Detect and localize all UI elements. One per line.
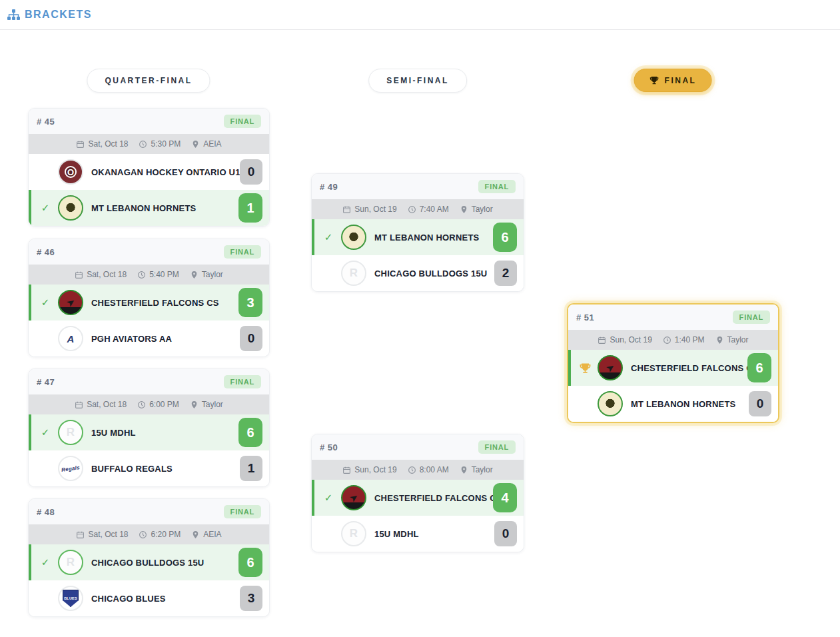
- round-label-quarter-final: QUARTER-FINAL: [87, 69, 210, 93]
- location-pin-icon: [460, 466, 468, 474]
- team-row[interactable]: ✓ R 15U MDHL 0: [312, 516, 524, 552]
- team-row[interactable]: ✓ MT LEBANON HORNETS 0: [568, 386, 778, 422]
- team-logo: ➤: [58, 290, 83, 315]
- team-name: 15U MDHL: [91, 428, 238, 438]
- match-time: 5:40 PM: [149, 270, 179, 279]
- match-card-header: # 50 FINAL: [312, 434, 524, 460]
- clock-icon: [137, 271, 146, 279]
- winner-marker: ✓: [320, 492, 337, 504]
- calendar-icon: [76, 140, 85, 149]
- team-logo: R: [58, 420, 83, 445]
- match-time: 6:00 PM: [149, 400, 179, 409]
- match-time: 8:00 AM: [420, 465, 449, 474]
- match-date: Sat, Oct 18: [87, 270, 127, 279]
- team-name: MT LEBANON HORNETS: [631, 399, 749, 409]
- team-name: CHESTERFIELD FALCONS CS: [631, 363, 747, 373]
- team-row[interactable]: ✓ Regals BUFFALO REGALS 1: [29, 450, 269, 486]
- schedule-time: 1:40 PM: [663, 335, 705, 344]
- team-row[interactable]: ✓ MT LEBANON HORNETS 1: [29, 190, 269, 226]
- match-card-header: # 48 FINAL: [29, 499, 269, 524]
- check-icon: ✓: [41, 202, 50, 214]
- team-logo-glyph: ➤: [64, 295, 78, 310]
- team-row[interactable]: ✓ ➤ CHESTERFIELD FALCONS CS 3: [29, 285, 269, 320]
- calendar-icon: [75, 400, 83, 409]
- clock-icon: [663, 336, 671, 344]
- app-title-wrap[interactable]: BRACKETS: [7, 9, 92, 21]
- sitemap-icon: [7, 9, 20, 21]
- team-row[interactable]: ✓ A PGH AVIATORS AA 0: [29, 320, 269, 356]
- match-card[interactable]: # 50 FINAL Sun, Oct 19 8:00 AM Taylor: [311, 434, 524, 552]
- match-date: Sat, Oct 18: [88, 139, 128, 149]
- team-name: BUFFALO REGALS: [91, 464, 240, 474]
- team-row[interactable]: ✓ ➤ CHESTERFIELD FALCONS CS 6: [568, 350, 778, 386]
- match-date: Sat, Oct 18: [88, 530, 128, 539]
- team-logo: ➤: [341, 485, 366, 510]
- team-logo: R: [341, 521, 366, 546]
- team-name: CHESTERFIELD FALCONS CS: [374, 493, 493, 503]
- clock-icon: [408, 466, 416, 474]
- schedule-time: 6:00 PM: [137, 400, 179, 409]
- match-date: Sun, Oct 19: [354, 465, 396, 474]
- brackets-page: BRACKETS QUARTER-FINAL SEMI-FINAL FINAL …: [0, 0, 840, 637]
- calendar-icon: [598, 336, 606, 344]
- team-row[interactable]: ✓ O OKANAGAN HOCKEY ONTARIO U16 0: [29, 154, 269, 190]
- match-schedule: Sat, Oct 18 5:30 PM AEIA: [29, 134, 269, 154]
- status-badge: FINAL: [733, 311, 770, 324]
- schedule-date: Sun, Oct 19: [598, 335, 651, 344]
- check-icon: ✓: [41, 556, 50, 568]
- match-venue: Taylor: [202, 400, 223, 409]
- check-icon: ✓: [324, 492, 333, 504]
- page-title: BRACKETS: [25, 9, 92, 21]
- schedule-date: Sat, Oct 18: [75, 400, 127, 409]
- round-label-semi-final: SEMI-FINAL: [368, 69, 467, 93]
- schedule-date: Sat, Oct 18: [76, 530, 128, 539]
- team-score: 6: [493, 223, 517, 252]
- team-score: 2: [494, 261, 517, 286]
- winner-marker: ✓: [37, 556, 54, 568]
- match-card[interactable]: # 51 FINAL Sun, Oct 19 1:40 PM Taylor: [567, 303, 779, 423]
- match-date: Sat, Oct 18: [87, 400, 127, 409]
- calendar-icon: [342, 466, 351, 474]
- trophy-icon: [579, 362, 592, 374]
- match-number: # 48: [37, 507, 55, 517]
- match-number: # 47: [37, 377, 55, 387]
- winner-marker: ✓: [320, 231, 337, 243]
- schedule-date: Sat, Oct 18: [75, 270, 127, 279]
- match-schedule: Sun, Oct 19 8:00 AM Taylor: [312, 460, 524, 480]
- match-venue: AEIA: [203, 530, 221, 539]
- team-logo-glyph: A: [67, 333, 75, 344]
- match-card[interactable]: # 49 FINAL Sun, Oct 19 7:40 AM Taylor: [311, 173, 524, 292]
- team-row[interactable]: ✓ R 15U MDHL 6: [29, 414, 269, 450]
- team-row[interactable]: ✓ R CHICAGO BULLDOGS 15U 2: [312, 255, 524, 291]
- winner-marker: ✓: [37, 202, 54, 214]
- team-row[interactable]: ✓ R CHICAGO BULLDOGS 15U 6: [29, 544, 269, 580]
- match-card[interactable]: # 48 FINAL Sat, Oct 18 6:20 PM AEIA: [28, 498, 270, 617]
- match-number: # 46: [37, 247, 55, 257]
- match-card-header: # 45 FINAL: [29, 109, 269, 134]
- team-row[interactable]: ✓ BLUES CHICAGO BLUES 3: [29, 580, 269, 616]
- match-number: # 49: [320, 182, 338, 192]
- winner-marker: ✓: [37, 426, 54, 438]
- match-card[interactable]: # 45 FINAL Sat, Oct 18 5:30 PM AEIA: [28, 108, 270, 227]
- location-pin-icon: [715, 336, 724, 344]
- check-icon: ✓: [41, 426, 50, 438]
- round-label-text: FINAL: [665, 76, 697, 85]
- clock-icon: [139, 530, 147, 539]
- team-logo: A: [58, 326, 83, 351]
- location-pin-icon: [190, 400, 199, 409]
- team-row[interactable]: ✓ MT LEBANON HORNETS 6: [312, 219, 524, 255]
- schedule-time: 5:40 PM: [137, 270, 179, 279]
- schedule-venue: Taylor: [715, 335, 749, 344]
- team-logo-glyph: O: [65, 166, 77, 178]
- team-logo: Regals: [58, 456, 83, 481]
- team-row[interactable]: ✓ ➤ CHESTERFIELD FALCONS CS 4: [312, 480, 524, 516]
- schedule-time: 8:00 AM: [408, 465, 449, 474]
- match-number: # 45: [37, 117, 55, 127]
- match-card[interactable]: # 46 FINAL Sat, Oct 18 5:40 PM Taylor: [28, 239, 270, 357]
- match-venue: AEIA: [203, 139, 221, 149]
- schedule-venue: Taylor: [460, 205, 493, 214]
- team-score: 1: [240, 456, 262, 481]
- match-card[interactable]: # 47 FINAL Sat, Oct 18 6:00 PM Taylor: [28, 368, 270, 487]
- match-venue: Taylor: [472, 465, 493, 474]
- team-logo: [58, 195, 83, 221]
